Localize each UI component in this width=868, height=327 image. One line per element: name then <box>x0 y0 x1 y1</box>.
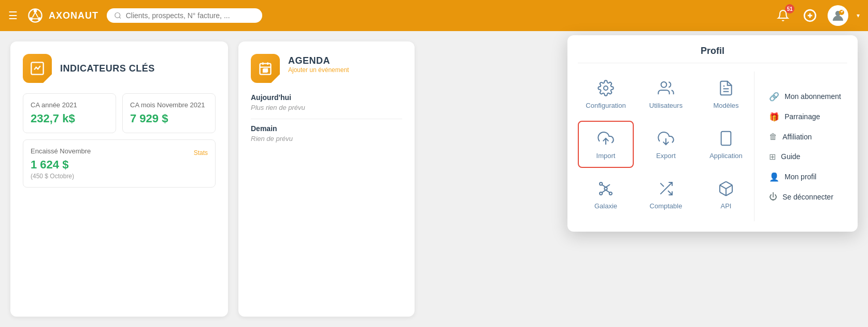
plus-icon <box>803 9 817 22</box>
modeles-label: Modèles <box>713 102 738 109</box>
agenda-title: AGENDA <box>288 55 349 66</box>
svg-point-28 <box>604 187 607 190</box>
svg-line-37 <box>668 191 672 195</box>
chart-icon <box>30 61 45 76</box>
gift-icon: 🎁 <box>769 112 779 122</box>
avatar-icon <box>831 8 845 23</box>
affiliation-icon: 🗑 <box>769 132 777 141</box>
dropdown-left: Configuration Utilisateurs <box>578 72 754 221</box>
indicateurs-title: INDICATEURS CLÉS <box>60 63 155 74</box>
shuffle-icon <box>657 179 675 198</box>
add-button[interactable] <box>801 6 819 25</box>
search-input[interactable] <box>126 11 255 20</box>
import-label: Import <box>596 152 616 160</box>
svg-point-21 <box>661 82 667 88</box>
svg-text:15: 15 <box>263 68 268 73</box>
metrics-grid: CA année 2021 232,7 k$ CA mois Novembre … <box>23 93 216 188</box>
comptable-label: Comptable <box>650 202 682 210</box>
agenda-today-label: Aujourd'hui <box>251 93 402 102</box>
parrainage-item[interactable]: 🎁 Parrainage <box>763 108 847 126</box>
deconnecter-label: Se déconnecter <box>782 193 833 201</box>
dropdown-application[interactable]: Application <box>698 121 754 168</box>
header-actions: 51 ▾ <box>774 5 860 26</box>
calendar-icon: 15 <box>258 61 273 76</box>
svg-rect-26 <box>721 132 731 146</box>
agenda-icon: 15 <box>251 54 280 83</box>
user-circle-icon: 👤 <box>769 172 779 182</box>
svg-line-35 <box>606 190 610 193</box>
logo-text: AXONAUT <box>49 10 98 21</box>
gear-icon <box>596 79 615 97</box>
metric-encaisse-header: Encaissé Novembre Stats <box>31 147 208 158</box>
agenda-header: 15 AGENDA Ajouter un événement <box>251 54 402 83</box>
network-icon <box>596 179 615 198</box>
svg-line-32 <box>602 184 606 187</box>
power-icon: ⏻ <box>769 192 777 202</box>
download-icon <box>657 129 675 148</box>
dropdown-galaxie[interactable]: Galaxie <box>578 172 634 217</box>
guide-item[interactable]: ⊞ Guide <box>763 148 847 166</box>
export-label: Export <box>656 152 676 160</box>
mon-abonnement-label: Mon abonnement <box>785 92 841 101</box>
dropdown-api[interactable]: API <box>698 172 754 217</box>
metric-ca-year: CA année 2021 232,7 k$ <box>23 93 116 133</box>
dropdown-import[interactable]: Import <box>578 121 634 168</box>
link-icon: 🔗 <box>769 92 779 102</box>
mobile-icon <box>717 129 735 148</box>
dropdown-right-menu: 🔗 Mon abonnement 🎁 Parrainage 🗑 Affiliat… <box>754 72 847 221</box>
notifications-button[interactable]: 51 <box>774 6 792 25</box>
box-icon <box>717 179 735 198</box>
metric-encaisse-value: 1 624 $ <box>31 158 208 172</box>
metric-ca-year-label: CA année 2021 <box>31 101 108 109</box>
agenda-tomorrow-label: Demain <box>251 124 402 133</box>
svg-line-33 <box>606 184 610 187</box>
metric-ca-month-label: CA mois Novembre 2021 <box>130 101 208 109</box>
agenda-today-note: Plus rien de prévu <box>251 104 402 111</box>
svg-point-7 <box>115 12 120 18</box>
agenda-tomorrow: Demain Rien de prévu <box>251 124 402 143</box>
svg-line-8 <box>119 17 121 19</box>
dropdown-modeles[interactable]: Modèles <box>698 72 754 117</box>
search-bar[interactable] <box>107 8 262 23</box>
dropdown-export[interactable]: Export <box>638 121 694 168</box>
agenda-card: 15 AGENDA Ajouter un événement Aujourd'h… <box>238 41 415 317</box>
users-icon <box>657 79 675 97</box>
indicateurs-card: INDICATEURS CLÉS CA année 2021 232,7 k$ … <box>10 41 228 317</box>
metric-ca-year-value: 232,7 k$ <box>31 112 108 125</box>
svg-line-4 <box>33 12 35 18</box>
dropdown-utilisateurs[interactable]: Utilisateurs <box>638 72 694 117</box>
affiliation-label: Affiliation <box>782 133 812 141</box>
affiliation-item[interactable]: 🗑 Affiliation <box>763 128 847 146</box>
svg-point-1 <box>34 9 37 12</box>
metric-encaisse: Encaissé Novembre Stats 1 624 $ (450 $ O… <box>23 139 216 188</box>
configuration-label: Configuration <box>586 102 625 109</box>
upload-icon <box>596 129 615 148</box>
svg-line-5 <box>35 12 38 18</box>
grid-icon: ⊞ <box>769 152 776 162</box>
svg-point-20 <box>604 86 608 90</box>
svg-point-2 <box>30 17 33 20</box>
mon-abonnement-item[interactable]: 🔗 Mon abonnement <box>763 88 847 106</box>
mon-profil-item[interactable]: 👤 Mon profil <box>763 168 847 186</box>
metric-encaisse-sub: (450 $ Octobre) <box>31 173 208 180</box>
main-content: INDICATEURS CLÉS CA année 2021 232,7 k$ … <box>0 31 868 327</box>
avatar-dropdown-arrow[interactable]: ▾ <box>857 12 860 19</box>
guide-label: Guide <box>781 152 800 161</box>
indicateurs-icon <box>23 54 52 83</box>
logo: AXONAUT <box>26 6 98 25</box>
menu-icon[interactable]: ☰ <box>8 9 18 22</box>
avatar-button[interactable] <box>828 5 848 26</box>
stats-link[interactable]: Stats <box>194 149 208 157</box>
galaxie-label: Galaxie <box>594 202 617 210</box>
svg-line-34 <box>602 190 606 193</box>
deconnecter-item[interactable]: ⏻ Se déconnecter <box>763 188 847 206</box>
metric-ca-month: CA mois Novembre 2021 7 929 $ <box>122 93 216 133</box>
indicateurs-header: INDICATEURS CLÉS <box>23 54 216 83</box>
header: ☰ AXONAUT 51 <box>0 0 868 31</box>
dropdown-configuration[interactable]: Configuration <box>578 72 634 117</box>
metric-ca-month-value: 7 929 $ <box>130 112 208 125</box>
dropdown-comptable[interactable]: Comptable <box>638 172 694 217</box>
dropdown-title: Profil <box>578 46 847 63</box>
agenda-subtitle[interactable]: Ajouter un événement <box>288 66 349 74</box>
application-label: Application <box>709 152 743 160</box>
